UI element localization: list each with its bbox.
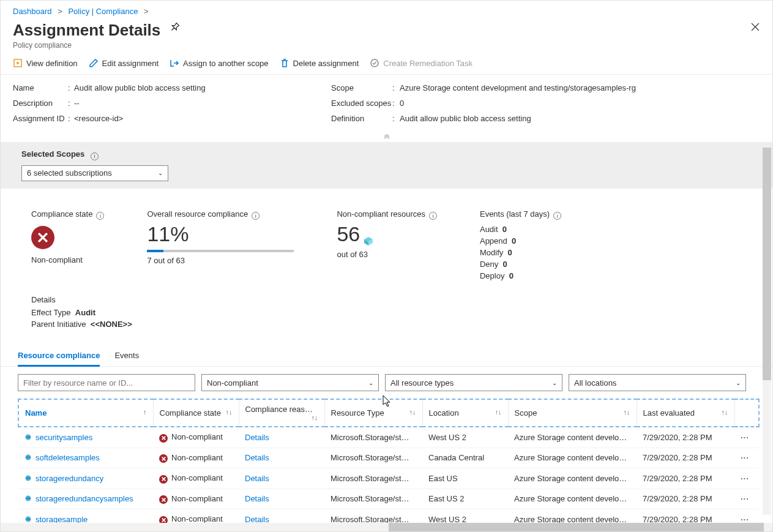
col-state[interactable]: Compliance state↑↓ — [153, 399, 239, 427]
cell-type: Microsoft.Storage/st… — [324, 448, 422, 468]
svg-point-1 — [17, 62, 19, 64]
info-icon[interactable]: i — [252, 212, 260, 220]
info-icon[interactable]: i — [429, 212, 437, 220]
non-compliant-icon — [31, 226, 54, 249]
table-row[interactable]: securitysamplesNon-compliantDetailsMicro… — [18, 427, 759, 448]
col-scope[interactable]: Scope↑↓ — [508, 399, 637, 427]
tab-resource-compliance[interactable]: Resource compliance — [18, 346, 100, 367]
breadcrumb-policy[interactable]: Policy | Compliance — [68, 7, 138, 16]
cell-last: 7/29/2020, 2:28 PM — [637, 468, 734, 489]
events-metric: Events (last 7 days)i Audit 0Append 0Mod… — [480, 209, 561, 283]
prop-excluded-label: Excluded scopes — [331, 99, 392, 108]
info-icon[interactable]: i — [553, 212, 561, 220]
progress-bar — [147, 250, 294, 252]
chevron-down-icon: ⌄ — [736, 380, 741, 386]
chevron-down-icon: ⌄ — [158, 170, 163, 176]
prop-aid-value: <resource-id> — [74, 114, 331, 123]
resource-icon — [24, 474, 32, 482]
cell-type: Microsoft.Storage/st… — [324, 489, 422, 509]
row-menu-button[interactable]: ··· — [741, 433, 749, 442]
resource-link[interactable]: storageredundancy — [35, 474, 103, 483]
table-row[interactable]: softdeletesamplesNon-compliantDetailsMic… — [18, 448, 759, 468]
prop-name-label: Name — [13, 83, 68, 92]
effect-value: Audit — [75, 308, 95, 317]
table-row[interactable]: storageredundancysamplesNon-compliantDet… — [18, 489, 759, 509]
cell-location: East US 2 — [422, 489, 508, 509]
details-link[interactable]: Details — [245, 453, 269, 462]
cell-scope: Azure Storage content developme… — [508, 489, 637, 509]
prop-desc-value: -- — [74, 99, 331, 108]
resource-link[interactable]: storageredundancysamples — [35, 494, 133, 503]
page-subtitle: Policy compliance — [13, 41, 179, 50]
resource-icon — [24, 495, 32, 502]
overall-sub: 7 out of 63 — [147, 256, 294, 265]
resource-link[interactable]: softdeletesamples — [35, 453, 100, 462]
col-type[interactable]: Resource Type↑↓ — [324, 399, 422, 427]
prop-name-value: Audit allow public blob access setting — [74, 83, 331, 92]
resource-table: Name↑ Compliance state↑↓ Compliance reas… — [18, 399, 760, 530]
resource-icon — [24, 433, 32, 441]
cell-last: 7/29/2020, 2:28 PM — [637, 448, 734, 468]
collapse-toggle[interactable] — [1, 130, 772, 142]
edit-assignment-button[interactable]: Edit assignment — [89, 58, 159, 68]
assign-scope-button[interactable]: Assign to another scope — [170, 58, 268, 68]
details-link[interactable]: Details — [245, 494, 269, 503]
remediation-icon — [370, 58, 379, 68]
details-link[interactable]: Details — [245, 433, 269, 442]
filter-types-dropdown[interactable]: All resource types⌄ — [385, 374, 562, 391]
create-remediation-button: Create Remediation Task — [370, 58, 472, 68]
trash-icon — [280, 58, 289, 68]
delete-assignment-button[interactable]: Delete assignment — [280, 58, 359, 68]
col-reason[interactable]: Compliance reas…↑↓ — [239, 399, 324, 427]
cell-last: 7/29/2020, 2:28 PM — [637, 427, 734, 448]
prop-scope-value: Azure Storage content development and te… — [400, 83, 718, 92]
effect-label: Effect Type — [31, 308, 71, 317]
horizontal-scrollbar[interactable] — [1, 523, 772, 531]
col-last[interactable]: Last evaluated↑↓ — [637, 399, 734, 427]
non-compliant-icon — [159, 454, 168, 463]
non-compliant-count: 56 — [337, 222, 360, 246]
tab-events[interactable]: Events — [114, 346, 139, 366]
cell-scope: Azure Storage content developme… — [508, 468, 637, 489]
info-icon[interactable]: i — [91, 152, 99, 160]
resource-icon — [24, 515, 32, 523]
pencil-icon — [89, 58, 99, 68]
breadcrumb-dashboard[interactable]: Dashboard — [13, 7, 52, 16]
details-link[interactable]: Details — [245, 474, 269, 483]
filter-locations-dropdown[interactable]: All locations⌄ — [569, 374, 746, 391]
selected-scopes-dropdown[interactable]: 6 selected subscriptions ⌄ — [21, 165, 168, 181]
cell-last: 7/29/2020, 2:28 PM — [637, 489, 734, 509]
selected-scopes-label: Selected Scopes — [21, 149, 84, 159]
event-row: Modify 0 — [480, 248, 561, 257]
parent-value: <<NONE>> — [91, 320, 132, 329]
view-definition-button[interactable]: View definition — [13, 58, 78, 68]
filter-name-input[interactable]: Filter by resource name or ID... — [18, 374, 195, 391]
page-title: Assignment Details — [13, 21, 160, 40]
filter-state-dropdown[interactable]: Non-compliant⌄ — [201, 374, 379, 391]
non-compliant-icon — [159, 495, 168, 504]
overall-compliance-metric: Overall resource compliancei 11% 7 out o… — [147, 209, 294, 283]
resource-icon — [24, 454, 32, 461]
pin-icon[interactable] — [166, 20, 181, 36]
row-menu-button[interactable]: ··· — [741, 453, 749, 462]
col-location[interactable]: Location↑↓ — [422, 399, 508, 427]
breadcrumb: Dashboard > Policy | Compliance > — [1, 1, 772, 18]
prop-excluded-value: 0 — [400, 99, 718, 108]
details-header: Details — [31, 295, 742, 304]
col-name[interactable]: Name↑ — [18, 399, 153, 427]
event-row: Append 0 — [480, 236, 561, 245]
parent-label: Parent Initiative — [31, 320, 86, 329]
table-row[interactable]: storageredundancyNon-compliantDetailsMic… — [18, 468, 759, 489]
cell-scope: Azure Storage content developme… — [508, 427, 637, 448]
cell-scope: Azure Storage content developme… — [508, 448, 637, 468]
assign-scope-icon — [170, 58, 179, 68]
prop-def-value: Audit allow public blob access setting — [400, 114, 718, 123]
info-icon[interactable]: i — [96, 212, 104, 220]
prop-def-label: Definition — [331, 114, 392, 123]
resource-link[interactable]: securitysamples — [35, 433, 92, 442]
row-menu-button[interactable]: ··· — [741, 494, 749, 503]
cube-icon — [364, 236, 373, 246]
close-button[interactable] — [750, 21, 760, 35]
row-menu-button[interactable]: ··· — [741, 474, 749, 483]
cell-location: East US — [422, 468, 508, 489]
